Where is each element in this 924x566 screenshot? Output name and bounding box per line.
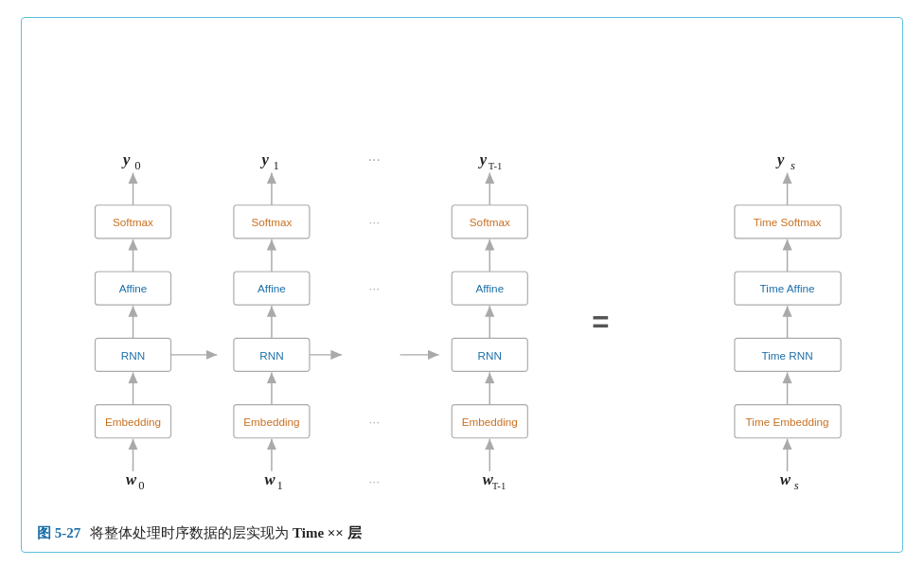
rnn1-label: RNN xyxy=(259,348,283,361)
w0-sub: 0 xyxy=(138,479,144,492)
caption: 图 5-27 将整体处理时序数据的层实现为 Time ×× 层 xyxy=(37,517,887,542)
diagram-area: w 0 Embedding RNN Affi xyxy=(37,27,887,517)
y1-sub: 1 xyxy=(274,158,279,171)
affine1-label: Affine xyxy=(258,282,286,294)
dots-w: ··· xyxy=(369,474,380,488)
affine0-label: Affine xyxy=(119,282,148,294)
rnn0-label: RNN xyxy=(121,348,145,361)
diagram-container: w 0 Embedding RNN Affi xyxy=(21,17,903,553)
softmax0-label: Softmax xyxy=(113,216,153,228)
page-outer: w 0 Embedding RNN Affi xyxy=(0,0,924,566)
ys-sub: s xyxy=(791,158,795,171)
w0-label: w xyxy=(126,470,137,488)
time-embedding-label: Time Embedding xyxy=(746,416,829,428)
affineT-label: Affine xyxy=(475,282,504,294)
y0-label: y xyxy=(121,150,131,168)
y0-sub: 0 xyxy=(134,158,140,171)
wT-sub: T-1 xyxy=(492,480,506,491)
caption-text: 将整体处理时序数据的层实现为 Time ×× 层 xyxy=(90,524,361,542)
softmaxT-label: Softmax xyxy=(470,216,510,228)
caption-number: 图 5-27 xyxy=(37,524,80,542)
dots-affine: ··· xyxy=(369,281,380,295)
time-softmax-label: Time Softmax xyxy=(754,216,822,228)
embeddingT-label: Embedding xyxy=(462,416,518,428)
w1-sub: 1 xyxy=(277,479,283,492)
yT-sub: T-1 xyxy=(489,159,503,170)
dots-y: ··· xyxy=(368,150,381,167)
time-rnn-label: Time RNN xyxy=(761,348,812,361)
time-affine-label: Time Affine xyxy=(760,282,815,294)
rnnT-label: RNN xyxy=(478,348,502,361)
dots-emb: ··· xyxy=(369,415,380,429)
ws-label: w xyxy=(780,470,791,488)
dots-softmax: ··· xyxy=(369,215,380,229)
softmax1-label: Softmax xyxy=(251,216,292,228)
embedding1-label: Embedding xyxy=(243,416,299,428)
yT-label: y xyxy=(478,150,488,168)
embedding0-label: Embedding xyxy=(105,416,161,428)
diagram-svg: w 0 Embedding RNN Affi xyxy=(37,27,887,517)
ys-label: y xyxy=(775,150,785,168)
ws-sub: s xyxy=(794,479,799,492)
w1-label: w xyxy=(264,470,275,488)
y1-label: y xyxy=(259,150,269,168)
equals-sign: = xyxy=(592,306,609,339)
